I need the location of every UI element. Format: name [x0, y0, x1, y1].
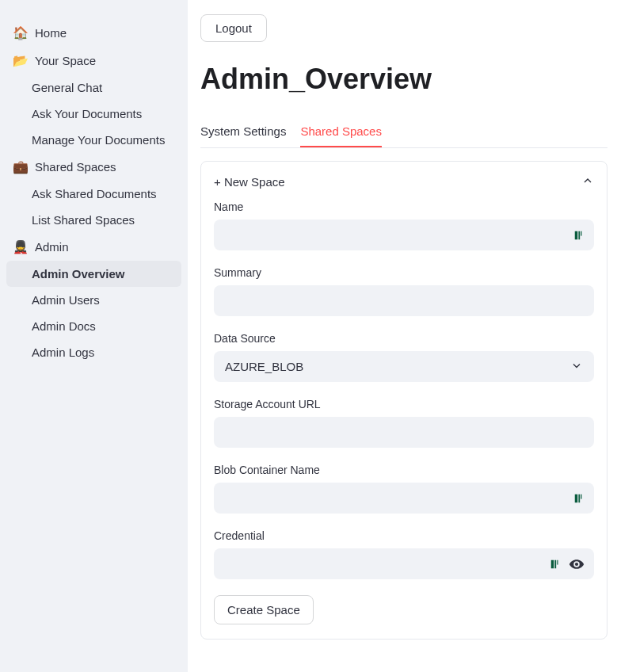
sidebar-item-admin-logs[interactable]: Admin Logs: [0, 339, 188, 365]
field-summary: Summary: [214, 266, 594, 316]
sidebar-item-label: Admin Docs: [32, 319, 96, 333]
sidebar-item-label: General Chat: [32, 81, 102, 94]
page-title: Admin_Overview: [200, 63, 607, 96]
sidebar-item-admin-users[interactable]: Admin Users: [0, 287, 188, 313]
sidebar-item-general-chat[interactable]: General Chat: [0, 74, 188, 101]
field-data-source: Data Source AZURE_BLOB: [214, 332, 594, 382]
field-credential: Credential: [214, 529, 594, 579]
svg-rect-8: [557, 559, 558, 564]
storage-url-input[interactable]: [214, 417, 594, 448]
sidebar-item-label: Your Space: [35, 54, 96, 67]
sidebar-item-admin[interactable]: 💂 Admin: [0, 233, 188, 261]
sidebar-item-shared-spaces[interactable]: 💼 Shared Spaces: [0, 153, 188, 181]
sidebar-item-label: Ask Your Documents: [32, 107, 142, 120]
sidebar-item-label: List Shared Spaces: [32, 213, 135, 227]
svg-rect-0: [575, 231, 578, 239]
svg-rect-7: [554, 559, 556, 568]
data-source-select[interactable]: AZURE_BLOB: [214, 351, 594, 382]
sidebar: 🏠 Home 📂 Your Space General Chat Ask You…: [0, 0, 188, 672]
blob-container-label: Blob Container Name: [214, 464, 594, 476]
chevron-up-icon: [581, 174, 594, 189]
guard-icon: 💂: [13, 239, 29, 254]
field-storage-url: Storage Account URL: [214, 398, 594, 448]
folder-icon: 📂: [13, 53, 29, 68]
svg-rect-1: [578, 231, 580, 239]
sidebar-item-label: Admin: [35, 240, 69, 254]
sidebar-item-label: Ask Shared Documents: [32, 187, 157, 200]
sidebar-item-label: Admin Overview: [32, 267, 125, 281]
field-name: Name: [214, 200, 594, 250]
sidebar-item-label: Admin Users: [32, 293, 100, 307]
svg-rect-4: [578, 494, 580, 502]
password-manager-icon[interactable]: [573, 493, 585, 504]
storage-url-label: Storage Account URL: [214, 398, 594, 410]
eye-icon[interactable]: [569, 556, 585, 572]
tab-shared-spaces[interactable]: Shared Spaces: [300, 116, 382, 147]
blob-container-input[interactable]: [214, 483, 594, 514]
sidebar-item-label: Home: [35, 26, 67, 40]
svg-rect-3: [575, 494, 578, 502]
tabs: System Settings Shared Spaces: [200, 116, 607, 148]
home-icon: 🏠: [13, 25, 29, 40]
panel-header-label: + New Space: [214, 175, 285, 189]
create-space-button[interactable]: Create Space: [214, 595, 314, 624]
sidebar-item-ask-shared-documents[interactable]: Ask Shared Documents: [0, 181, 188, 207]
sidebar-item-label: Manage Your Documents: [32, 133, 165, 147]
sidebar-item-list-shared-spaces[interactable]: List Shared Spaces: [0, 207, 188, 233]
sidebar-item-your-space[interactable]: 📂 Your Space: [0, 47, 188, 74]
svg-rect-2: [581, 231, 581, 235]
name-label: Name: [214, 200, 594, 213]
field-blob-container: Blob Container Name: [214, 464, 594, 514]
sidebar-item-manage-your-documents[interactable]: Manage Your Documents: [0, 127, 188, 153]
credential-label: Credential: [214, 529, 594, 542]
password-manager-icon[interactable]: [573, 230, 585, 241]
data-source-label: Data Source: [214, 332, 594, 345]
briefcase-icon: 💼: [13, 159, 29, 174]
svg-rect-5: [581, 494, 581, 498]
sidebar-item-home[interactable]: 🏠 Home: [0, 19, 188, 47]
panel-header-toggle[interactable]: + New Space: [214, 171, 594, 200]
sidebar-item-label: Admin Logs: [32, 346, 94, 359]
name-input[interactable]: [214, 220, 594, 250]
sidebar-item-admin-overview[interactable]: Admin Overview: [6, 261, 181, 287]
password-manager-icon[interactable]: [550, 559, 561, 570]
summary-label: Summary: [214, 266, 594, 279]
summary-input[interactable]: [214, 285, 594, 316]
sidebar-item-label: Shared Spaces: [35, 160, 116, 174]
logout-button[interactable]: Logout: [200, 14, 267, 42]
sidebar-item-admin-docs[interactable]: Admin Docs: [0, 313, 188, 339]
sidebar-item-ask-your-documents[interactable]: Ask Your Documents: [0, 101, 188, 127]
new-space-panel: + New Space Name Summary Data Source: [200, 161, 607, 640]
credential-input[interactable]: [214, 548, 594, 579]
main-content: Logout Admin_Overview System Settings Sh…: [188, 0, 617, 672]
svg-rect-6: [551, 559, 554, 568]
tab-system-settings[interactable]: System Settings: [200, 116, 286, 147]
